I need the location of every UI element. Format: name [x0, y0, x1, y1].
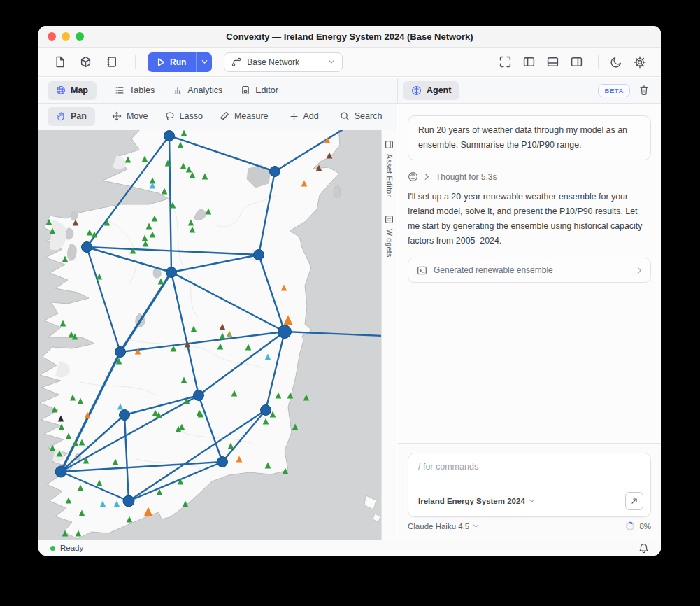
network-node[interactable]	[217, 457, 228, 467]
fullscreen-button[interactable]	[495, 53, 515, 71]
document-icon	[241, 85, 250, 95]
maximize-window-button[interactable]	[76, 32, 84, 41]
tool-move-label: Move	[127, 111, 148, 121]
usage-progress-ring	[625, 521, 635, 531]
context-selector[interactable]: Ireland Energy System 2024	[418, 497, 535, 505]
tool-measure-label: Measure	[234, 111, 269, 121]
table-list-icon	[115, 85, 124, 95]
side-panel-strip: Asset Editor Widgets	[381, 130, 397, 540]
close-window-button[interactable]	[48, 32, 56, 41]
message-input-card[interactable]: Ireland Energy System 2024	[408, 453, 651, 517]
map-canvas[interactable]	[38, 130, 381, 540]
lake	[71, 211, 78, 220]
chevron-down-icon	[328, 59, 335, 64]
gear-icon	[634, 56, 646, 69]
tab-editor[interactable]: Editor	[241, 85, 278, 95]
notebook-button[interactable]	[101, 53, 121, 71]
chevron-right-icon	[637, 267, 642, 274]
network-node[interactable]	[166, 267, 177, 278]
notebook-icon	[106, 56, 117, 68]
moon-icon	[610, 56, 622, 68]
tab-map-label: Map	[71, 85, 88, 95]
view-tab-bar: Map Tables Analytics Editor Agent BETA	[38, 78, 661, 104]
status-label: Ready	[60, 544, 83, 552]
message-input[interactable]	[414, 458, 645, 476]
tool-move[interactable]: Move	[112, 111, 148, 121]
asset-editor-panel-icon	[385, 140, 394, 149]
network-node[interactable]	[123, 495, 134, 507]
network-selector-value: Base Network	[247, 57, 299, 67]
tool-lasso-label: Lasso	[180, 111, 203, 121]
tool-result-card[interactable]: Generated renewable ensemble	[408, 258, 651, 283]
status-dot	[50, 546, 55, 551]
toggle-right-panel-button[interactable]	[566, 53, 586, 71]
package-button[interactable]	[76, 53, 95, 71]
notifications-button[interactable]	[638, 543, 649, 554]
network-node[interactable]	[55, 466, 66, 477]
network-node[interactable]	[261, 405, 271, 416]
globe-icon	[56, 85, 66, 95]
file-icon	[54, 56, 66, 68]
widgets-toggle[interactable]: Widgets	[385, 215, 394, 258]
minimize-window-button[interactable]	[62, 32, 70, 41]
tab-map[interactable]: Map	[48, 81, 97, 100]
network-node[interactable]	[120, 410, 130, 421]
chevron-down-icon	[473, 524, 479, 528]
new-file-button[interactable]	[50, 53, 69, 71]
tab-agent[interactable]: Agent	[403, 81, 459, 100]
tab-tables-label: Tables	[129, 85, 155, 95]
usage-label: 8%	[639, 522, 651, 530]
toggle-left-panel-button[interactable]	[519, 53, 538, 71]
brain-icon	[408, 171, 418, 182]
clear-chat-button[interactable]	[638, 85, 650, 96]
tab-analytics-label: Analytics	[187, 85, 222, 95]
network-node[interactable]	[194, 390, 204, 401]
main-toolbar: Run Base Network	[38, 48, 661, 77]
tool-add[interactable]: Add	[290, 111, 319, 121]
window-title: Convexity — Ireland Energy System 2024 (…	[226, 31, 473, 42]
network-node[interactable]	[115, 347, 126, 358]
assistant-response: I'll set up a 20-year renewable weather …	[408, 190, 651, 248]
title-bar: Convexity — Ireland Energy System 2024 (…	[38, 26, 661, 48]
map-workspace: Pan Move Lasso Measure Add Sear	[38, 104, 397, 540]
package-icon	[80, 56, 92, 68]
user-message: Run 20 years of weather data through my …	[408, 115, 651, 160]
status-bar: Ready	[38, 540, 661, 556]
network-selector[interactable]: Base Network	[224, 52, 343, 72]
tool-measure[interactable]: Measure	[220, 111, 269, 121]
thought-row[interactable]: Thought for 5.3s	[408, 171, 651, 182]
asset-editor-toggle[interactable]: Asset Editor	[385, 140, 394, 197]
network-node[interactable]	[164, 131, 175, 141]
usage-indicator: 8%	[625, 521, 651, 531]
network-node[interactable]	[270, 167, 280, 177]
trash-icon	[638, 85, 650, 96]
model-selector[interactable]: Claude Haiku 4.5	[408, 522, 479, 530]
settings-button[interactable]	[630, 53, 650, 71]
panel-divider	[397, 78, 398, 103]
run-options-caret[interactable]	[196, 52, 212, 72]
network-node[interactable]	[82, 242, 92, 253]
toolbar-separator	[598, 55, 599, 69]
toggle-bottom-panel-button[interactable]	[543, 53, 562, 71]
tool-search-label: Search	[355, 111, 383, 121]
network-node[interactable]	[278, 325, 292, 339]
generator-marker[interactable]	[303, 394, 310, 400]
tool-pan[interactable]: Pan	[48, 107, 95, 126]
run-button[interactable]: Run	[148, 52, 212, 72]
panel-bottom-icon	[547, 56, 559, 68]
generator-marker[interactable]	[292, 423, 299, 430]
send-button[interactable]	[625, 492, 643, 510]
tab-agent-label: Agent	[427, 85, 451, 95]
tab-tables[interactable]: Tables	[115, 85, 155, 95]
network-node[interactable]	[254, 250, 264, 260]
widgets-label: Widgets	[385, 229, 394, 258]
dark-mode-button[interactable]	[606, 53, 626, 71]
context-selector-value: Ireland Energy System 2024	[418, 497, 525, 505]
tool-pan-label: Pan	[71, 111, 87, 121]
tool-add-label: Add	[303, 111, 319, 121]
tab-analytics[interactable]: Analytics	[173, 85, 222, 95]
tool-lasso[interactable]: Lasso	[165, 111, 203, 121]
tab-editor-label: Editor	[255, 85, 278, 95]
send-arrow-icon	[630, 497, 638, 505]
tool-search[interactable]: Search	[340, 111, 383, 121]
